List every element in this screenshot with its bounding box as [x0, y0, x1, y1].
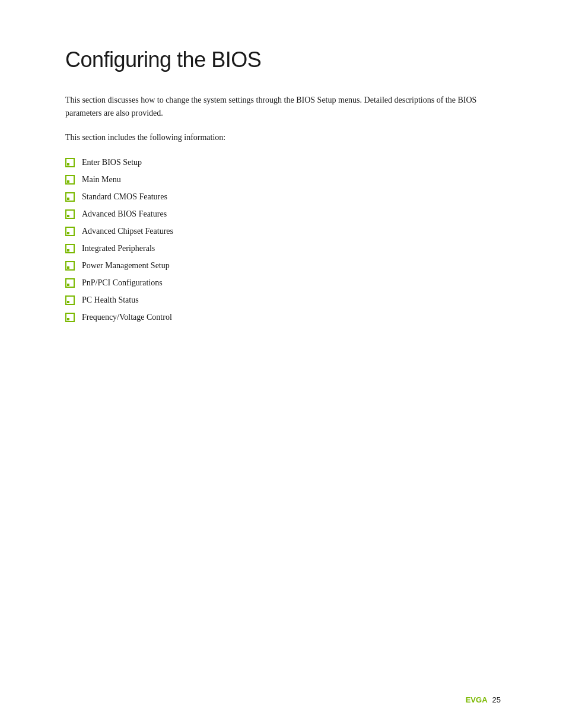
list-item-label: Power Management Setup [82, 259, 170, 272]
list-item: Enter BIOS Setup [65, 156, 501, 169]
list-item-label: Frequency/Voltage Control [82, 311, 172, 323]
list-item-label: PC Health Status [82, 294, 139, 306]
list-item-label: Main Menu [82, 173, 121, 186]
intro-paragraph: This section discusses how to change the… [65, 94, 481, 120]
list-item: PnP/PCI Configurations [65, 276, 501, 289]
list-item-label: Advanced BIOS Features [82, 208, 167, 220]
checkbox-icon [65, 209, 75, 219]
list-item: Main Menu [65, 173, 501, 186]
page-container: Configuring the BIOS This section discus… [0, 0, 566, 728]
section-intro: This section includes the following info… [65, 131, 501, 144]
checkbox-icon [65, 244, 75, 253]
toc-list: Enter BIOS SetupMain MenuStandard CMOS F… [65, 156, 501, 323]
list-item-label: PnP/PCI Configurations [82, 276, 163, 289]
list-item-label: Enter BIOS Setup [82, 156, 142, 169]
checkbox-icon [65, 278, 75, 288]
footer-page-number: 25 [492, 695, 501, 704]
list-item: PC Health Status [65, 294, 501, 306]
list-item: Standard CMOS Features [65, 190, 501, 203]
checkbox-icon [65, 261, 75, 271]
checkbox-icon [65, 158, 75, 167]
checkbox-icon [65, 227, 75, 236]
checkbox-icon [65, 313, 75, 322]
list-item-label: Standard CMOS Features [82, 190, 167, 203]
list-item: Frequency/Voltage Control [65, 311, 501, 323]
list-item-label: Advanced Chipset Features [82, 225, 173, 237]
checkbox-icon [65, 295, 75, 305]
list-item: Advanced BIOS Features [65, 208, 501, 220]
list-item: Integrated Peripherals [65, 242, 501, 255]
list-item-label: Integrated Peripherals [82, 242, 155, 255]
checkbox-icon [65, 175, 75, 185]
page-title: Configuring the BIOS [65, 47, 501, 72]
page-footer: EVGA 25 [466, 695, 501, 704]
list-item: Power Management Setup [65, 259, 501, 272]
list-item: Advanced Chipset Features [65, 225, 501, 237]
checkbox-icon [65, 192, 75, 202]
footer-brand: EVGA [466, 695, 488, 704]
